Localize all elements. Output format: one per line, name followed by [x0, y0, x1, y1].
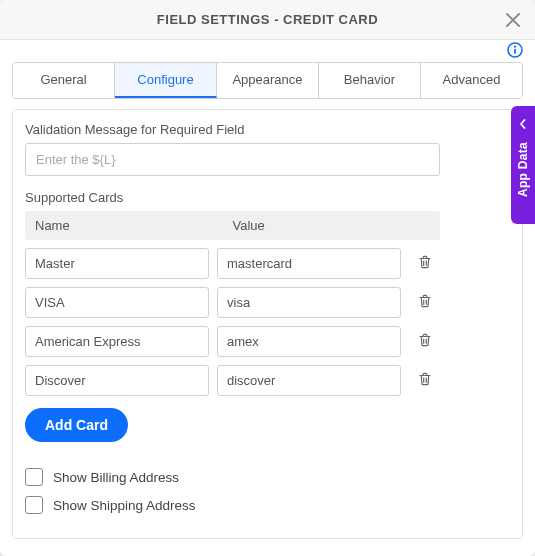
- tab-appearance[interactable]: Appearance: [217, 63, 319, 98]
- billing-checkbox[interactable]: [25, 468, 43, 486]
- trash-icon: [417, 371, 433, 391]
- info-button[interactable]: [507, 42, 523, 58]
- shipping-label[interactable]: Show Shipping Address: [53, 498, 196, 513]
- cards-list: [25, 248, 510, 396]
- tabs: General Configure Appearance Behavior Ad…: [12, 62, 523, 99]
- checkboxes: Show Billing Address Show Shipping Addre…: [25, 468, 510, 514]
- card-name-input[interactable]: [25, 248, 209, 279]
- close-button[interactable]: [501, 8, 525, 32]
- delete-card-button[interactable]: [415, 332, 435, 352]
- close-icon: [506, 13, 520, 27]
- trash-icon: [417, 332, 433, 352]
- delete-card-button[interactable]: [415, 293, 435, 313]
- card-row: [25, 365, 510, 396]
- card-value-input[interactable]: [217, 287, 401, 318]
- tab-configure[interactable]: Configure: [115, 63, 217, 98]
- tab-advanced[interactable]: Advanced: [421, 63, 522, 98]
- dialog-header: FIELD SETTINGS - CREDIT CARD: [0, 0, 535, 40]
- trash-icon: [417, 254, 433, 274]
- card-value-input[interactable]: [217, 365, 401, 396]
- shipping-checkbox-row: Show Shipping Address: [25, 496, 510, 514]
- supported-cards-label: Supported Cards: [25, 190, 510, 205]
- card-value-input[interactable]: [217, 326, 401, 357]
- card-row: [25, 326, 510, 357]
- delete-card-button[interactable]: [415, 254, 435, 274]
- dialog-title: FIELD SETTINGS - CREDIT CARD: [157, 12, 378, 27]
- validation-message-input[interactable]: [25, 143, 440, 176]
- app-data-side-tab[interactable]: App Data: [511, 106, 535, 224]
- card-name-input[interactable]: [25, 326, 209, 357]
- card-value-input[interactable]: [217, 248, 401, 279]
- card-name-input[interactable]: [25, 365, 209, 396]
- tab-behavior[interactable]: Behavior: [319, 63, 421, 98]
- col-value: Value: [233, 218, 431, 233]
- billing-checkbox-row: Show Billing Address: [25, 468, 510, 486]
- delete-card-button[interactable]: [415, 371, 435, 391]
- tab-general[interactable]: General: [13, 63, 115, 98]
- card-row: [25, 287, 510, 318]
- cards-table-header: Name Value: [25, 211, 440, 240]
- card-name-input[interactable]: [25, 287, 209, 318]
- billing-label[interactable]: Show Billing Address: [53, 470, 179, 485]
- shipping-checkbox[interactable]: [25, 496, 43, 514]
- trash-icon: [417, 293, 433, 313]
- add-card-button[interactable]: Add Card: [25, 408, 128, 442]
- card-row: [25, 248, 510, 279]
- validation-label: Validation Message for Required Field: [25, 122, 510, 137]
- svg-point-1: [514, 46, 516, 48]
- info-icon: [507, 42, 523, 58]
- col-name: Name: [35, 218, 233, 233]
- svg-rect-2: [514, 49, 516, 54]
- configure-panel: Validation Message for Required Field Su…: [12, 109, 523, 539]
- info-row: [0, 40, 535, 56]
- side-tab-label: App Data: [516, 142, 530, 197]
- chevron-left-icon: [518, 116, 528, 132]
- field-settings-dialog: FIELD SETTINGS - CREDIT CARD General Con…: [0, 0, 535, 556]
